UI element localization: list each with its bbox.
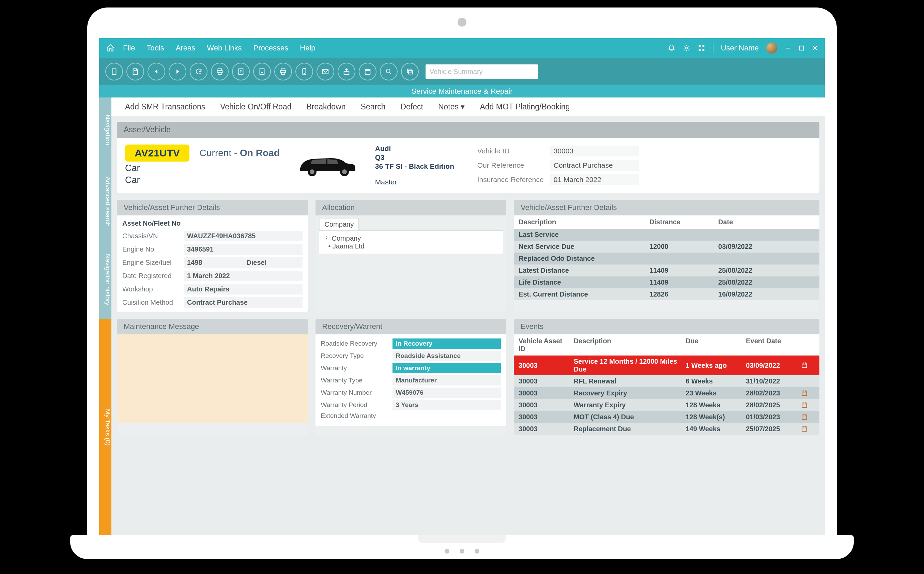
content: Asset/Vehicle AV21UTV Current - On Road: [112, 116, 825, 536]
vehicle-info: Audi Q3 36 TF SI - Black Edition Master: [375, 145, 464, 186]
subnav-defect[interactable]: Defect: [400, 102, 423, 112]
calendar-icon[interactable]: [359, 63, 376, 80]
svc-row[interactable]: Last Service: [514, 229, 819, 241]
val-vehicle-id: 30003: [550, 145, 639, 156]
gear-icon[interactable]: [683, 44, 690, 52]
siderail-navigation[interactable]: Navigation: [99, 98, 112, 162]
events-header: Vehicle Asset ID Description Due Event D…: [514, 334, 819, 355]
subnav-add-smr[interactable]: Add SMR Transactions: [125, 102, 205, 112]
lbl-vehicle-id: Vehicle ID: [477, 147, 545, 155]
event-row[interactable]: 30003MOT (Class 4) Due128 Week(s)01/03/2…: [514, 411, 819, 423]
export-icon[interactable]: [232, 63, 250, 80]
calendar-icon[interactable]: [801, 390, 809, 397]
card-further-details-left: Vehicle/Asset Further Details Asset No/F…: [117, 200, 308, 312]
event-row[interactable]: 30003Replacement Due149 Weeks25/07/2025: [514, 423, 819, 435]
calendar-icon[interactable]: [801, 362, 809, 369]
event-row[interactable]: 30003Recovery Expiry23 Weeks28/02/2023: [514, 387, 819, 399]
svc-row[interactable]: Life Distance1140925/08/2022: [514, 276, 819, 289]
svc-row[interactable]: Replaced Odo Distance: [514, 252, 819, 265]
menubar-right: User Name: [668, 43, 818, 54]
print-icon[interactable]: [211, 63, 228, 80]
siderail-history[interactable]: Navigation history: [99, 241, 112, 319]
card-title: Recovery/Warrent: [315, 319, 507, 334]
allocation-line: Company: [332, 235, 361, 242]
siderail-mytasks[interactable]: My Tasks (0): [99, 319, 112, 536]
recovery-rows: Roadside RecoveryIn RecoveryRecovery Typ…: [315, 334, 507, 426]
event-row[interactable]: 30003Service 12 Months / 12000 Miles Due…: [514, 355, 819, 375]
main: Add SMR Transactions Vehicle On/Off Road…: [112, 98, 825, 536]
allocation-line: Jaama Ltd: [332, 242, 364, 250]
kv-key: Engine Size/fuel: [122, 259, 184, 266]
doc-down-icon[interactable]: [253, 63, 271, 80]
svg-rect-6: [112, 69, 116, 75]
toolbar-search-input[interactable]: [425, 65, 538, 79]
calendar-icon[interactable]: [801, 378, 809, 385]
save-icon[interactable]: [126, 63, 144, 80]
svc-row[interactable]: Next Service Due1200003/09/2022: [514, 241, 819, 252]
allocation-tab[interactable]: Company: [320, 218, 359, 230]
apps-icon[interactable]: [698, 44, 705, 52]
svc-row[interactable]: Latest Distance1140925/08/2022: [514, 265, 819, 276]
calendar-icon[interactable]: [801, 426, 809, 433]
mail-icon[interactable]: [316, 63, 334, 80]
menu-file[interactable]: File: [123, 44, 135, 52]
subnav-add-mot[interactable]: Add MOT Plating/Booking: [480, 102, 570, 112]
home-icon[interactable]: [106, 44, 115, 52]
close-icon[interactable]: [812, 45, 818, 51]
vehicle-id-grid: Vehicle ID 30003 Our Reference Contract …: [477, 145, 639, 186]
maximize-icon[interactable]: [798, 45, 804, 51]
subnav-search[interactable]: Search: [361, 102, 386, 112]
menu-weblinks[interactable]: Web Links: [207, 44, 242, 52]
menu-tools[interactable]: Tools: [146, 44, 164, 52]
asset-status-prefix: Current -: [200, 148, 240, 158]
subnav-notes[interactable]: Notes ▾: [438, 102, 465, 112]
new-doc-icon[interactable]: [105, 63, 123, 80]
kv-value: 1 March 2022: [184, 271, 302, 281]
asset-status: Current - On Road: [200, 148, 280, 159]
kv-key: Workshop: [122, 285, 184, 293]
svc-rows: Last ServiceNext Service Due1200003/09/2…: [514, 229, 819, 300]
bell-icon[interactable]: [668, 44, 675, 52]
share-icon[interactable]: [338, 63, 355, 80]
siderail-advanced[interactable]: Advanced search: [99, 162, 112, 241]
username-label[interactable]: User Name: [721, 44, 759, 52]
menubar: File Tools Areas Web Links Processes Hel…: [99, 38, 825, 58]
nav-forward-icon[interactable]: [168, 63, 186, 80]
kv-key: Date Registered: [122, 272, 184, 280]
svg-rect-28: [802, 363, 806, 367]
avatar[interactable]: [766, 43, 777, 54]
print2-icon[interactable]: [274, 63, 292, 80]
copy-icon[interactable]: [401, 63, 419, 80]
calendar-icon[interactable]: [801, 402, 809, 409]
menu-processes[interactable]: Processes: [253, 44, 288, 52]
card-row-2: Maintenance Message Recovery/Warrent Roa…: [117, 319, 819, 435]
card-title: Events: [514, 319, 819, 334]
minimize-icon[interactable]: [785, 45, 791, 51]
event-row[interactable]: 30003Warranty Expiry128 Weeks28/02/2025: [514, 399, 819, 411]
svg-rect-2: [702, 45, 705, 47]
drag-handle-icon[interactable]: ⋮: [323, 234, 330, 242]
subnav-onoffroad[interactable]: Vehicle On/Off Road: [220, 102, 291, 112]
card-title: Vehicle/Asset Further Details: [117, 200, 308, 215]
event-row[interactable]: 30003RFL Renewal6 Weeks31/10/2022: [514, 375, 819, 387]
svg-rect-32: [802, 427, 806, 431]
val-our-ref: Contract Purchase: [550, 160, 639, 171]
mobile-icon[interactable]: [295, 63, 313, 80]
calendar-icon[interactable]: [801, 413, 809, 421]
asset-type-1: Car: [125, 163, 280, 173]
svg-rect-22: [409, 70, 412, 74]
svg-rect-20: [365, 69, 370, 75]
menu-help[interactable]: Help: [300, 44, 315, 52]
svg-rect-5: [799, 46, 803, 50]
subnav-breakdown[interactable]: Breakdown: [306, 102, 345, 112]
search-icon[interactable]: [380, 63, 398, 80]
kv-value: Contract Purchase: [184, 297, 302, 308]
card-title: Maintenance Message: [117, 319, 308, 334]
svc-header: Description Distrance Date: [514, 215, 819, 229]
svc-row[interactable]: Est. Current Distance1282616/09/2022: [514, 289, 819, 300]
svg-rect-7: [134, 69, 136, 71]
refresh-icon[interactable]: [190, 63, 208, 80]
nav-back-icon[interactable]: [148, 63, 165, 80]
menu-areas[interactable]: Areas: [176, 44, 195, 52]
side-rail: Navigation Advanced search Navigation hi…: [99, 98, 112, 536]
